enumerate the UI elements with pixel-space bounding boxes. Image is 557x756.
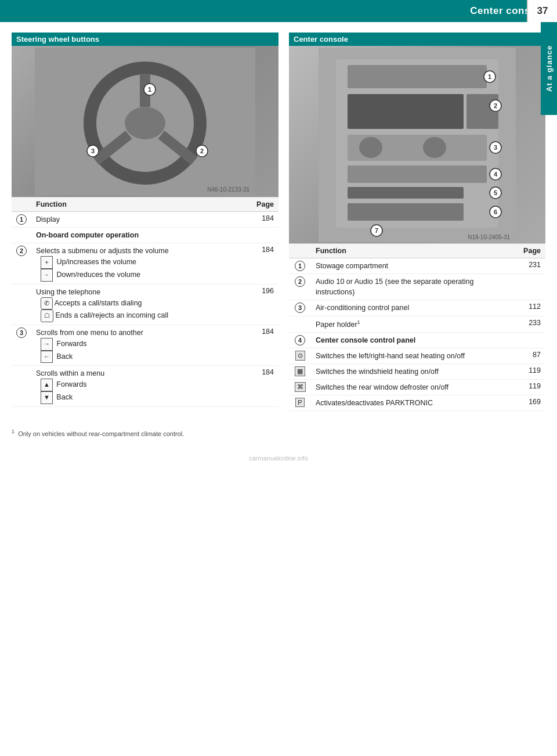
row-desc: Activates/deactivates PARKTRONIC xyxy=(311,395,519,411)
svg-text:7: 7 xyxy=(375,227,378,234)
table-row: Paper holder1 233 xyxy=(289,316,545,332)
end-call-icon: ☖ xyxy=(41,309,53,322)
svg-text:2: 2 xyxy=(494,102,497,109)
right-function-table: Function Page 1 Stowage compartment 231 … xyxy=(289,243,545,411)
row-desc: Switches the rear window defroster on/of… xyxy=(311,380,519,395)
svg-rect-34 xyxy=(348,203,464,221)
row-desc: Scrolls within a menu ▲ Forwards ▼ Back xyxy=(31,366,252,406)
row-desc: Audio 10 or Audio 15 (see the separate o… xyxy=(311,274,519,300)
row-page: 231 xyxy=(519,258,545,274)
rear-defrost-icon: ⌘ xyxy=(295,382,306,392)
scroll-down-icon: ▼ xyxy=(41,391,53,404)
row-page: 184 xyxy=(252,325,278,365)
right-column: Center console 1 2 xyxy=(289,33,545,411)
table-row: 4 Center console control panel xyxy=(289,332,545,348)
row-num: 3 xyxy=(289,300,311,316)
svg-point-24 xyxy=(359,137,382,158)
left-column: Steering wheel buttons xyxy=(12,33,278,411)
right-section-header: Center console xyxy=(289,33,545,46)
scroll-up-icon: ▲ xyxy=(41,379,53,391)
table-row: 1 Stowage compartment 231 xyxy=(289,258,545,274)
svg-text:1: 1 xyxy=(148,86,151,93)
row-desc: Display xyxy=(31,212,252,228)
row-desc: Scrolls from one menu to another → Forwa… xyxy=(31,325,252,365)
svg-text:3: 3 xyxy=(91,147,95,154)
row-num: 2 xyxy=(12,243,31,284)
left-section-header: Steering wheel buttons xyxy=(12,33,278,46)
left-table-col-page: Page xyxy=(252,197,278,212)
side-tab: At a glance xyxy=(541,22,557,115)
table-row: 3 Scrolls from one menu to another → For… xyxy=(12,325,278,365)
svg-rect-19 xyxy=(348,94,464,129)
row-desc: Air-conditioning control panel xyxy=(311,300,519,316)
footnote: 1 Only on vehicles without rear-compartm… xyxy=(0,429,557,437)
row-num: 2 xyxy=(289,274,311,300)
left-function-table: Function Page 1 Display 184 On-board com… xyxy=(12,197,278,407)
table-row: P Activates/deactivates PARKTRONIC 169 xyxy=(289,395,545,411)
table-row: Using the telephone ✆ Accepts a call/sta… xyxy=(12,284,278,325)
row-page: 87 xyxy=(519,348,545,363)
svg-rect-16 xyxy=(348,65,487,88)
table-row: 2 Audio 10 or Audio 15 (see the separate… xyxy=(289,274,545,300)
svg-point-3 xyxy=(125,107,165,139)
table-row: ⊙ Switches the left/right-hand seat heat… xyxy=(289,348,545,363)
row-num: 4 xyxy=(289,332,311,348)
svg-text:N18-10-2405-31: N18-10-2405-31 xyxy=(468,234,510,240)
row-num: P xyxy=(289,395,311,411)
row-page: 169 xyxy=(519,395,545,411)
table-row: 2 Selects a submenu or adjusts the volum… xyxy=(12,243,278,284)
windshield-heat-icon: ▦ xyxy=(295,366,305,376)
row-page: 184 xyxy=(252,366,278,406)
row-page: 119 xyxy=(519,380,545,395)
svg-rect-31 xyxy=(348,187,464,199)
svg-text:1: 1 xyxy=(488,73,491,80)
left-table-col-func: Function xyxy=(31,197,252,212)
table-row: ⌘ Switches the rear window defroster on/… xyxy=(289,380,545,395)
center-console-image: 1 2 3 xyxy=(289,46,545,243)
steering-wheel-image: 1 2 3 N46-10-2133-31 xyxy=(12,46,278,197)
row-desc: Selects a submenu or adjusts the volume … xyxy=(31,243,252,284)
row-page: 119 xyxy=(519,364,545,380)
svg-text:5: 5 xyxy=(494,189,497,196)
row-page: 196 xyxy=(252,284,278,325)
row-num: ⊙ xyxy=(289,348,311,363)
row-desc: Switches the left/right-hand seat heatin… xyxy=(311,348,519,363)
svg-text:4: 4 xyxy=(494,171,498,178)
table-row: Scrolls within a menu ▲ Forwards ▼ Back … xyxy=(12,366,278,406)
svg-text:3: 3 xyxy=(494,144,497,151)
row-page: 184 xyxy=(252,243,278,284)
right-table-col-num xyxy=(289,244,311,258)
header-bar: Center console 37 xyxy=(0,0,557,22)
svg-text:2: 2 xyxy=(200,147,204,154)
row-page: 184 xyxy=(252,212,278,228)
row-desc: On-board computer oper­ation xyxy=(31,228,252,243)
left-table-col-num xyxy=(12,197,31,212)
back-menu-icon: ← xyxy=(41,351,53,363)
row-desc: Center console control panel xyxy=(311,332,519,348)
page-number: 37 xyxy=(527,0,557,22)
svg-text:6: 6 xyxy=(494,208,497,215)
plus-icon: ＋ xyxy=(41,256,53,269)
row-desc: Switches the windshield heating on/off xyxy=(311,364,519,380)
right-table-col-func: Function xyxy=(311,244,519,258)
row-num: 1 xyxy=(289,258,311,274)
table-row: On-board computer oper­ation xyxy=(12,228,278,243)
row-desc: Paper holder1 xyxy=(311,316,519,332)
row-num: 1 xyxy=(12,212,31,228)
minus-icon: － xyxy=(41,269,53,282)
parktronic-icon: P xyxy=(295,398,304,407)
row-num: 3 xyxy=(12,325,31,365)
svg-text:N46-10-2133-31: N46-10-2133-31 xyxy=(207,186,249,193)
row-desc: Stowage compartment xyxy=(311,258,519,274)
table-row: 1 Display 184 xyxy=(12,212,278,228)
seat-heat-icon: ⊙ xyxy=(295,351,305,361)
row-page: 233 xyxy=(519,316,545,332)
table-row: 3 Air-conditioning control panel 112 xyxy=(289,300,545,316)
svg-point-25 xyxy=(423,137,446,158)
row-num: ⌘ xyxy=(289,380,311,395)
watermark: carmanualonline.info xyxy=(0,455,557,467)
right-table-col-page: Page xyxy=(519,244,545,258)
forward-menu-icon: → xyxy=(41,338,53,351)
accept-call-icon: ✆ xyxy=(41,297,53,310)
row-desc: Using the telephone ✆ Accepts a call/sta… xyxy=(31,284,252,325)
